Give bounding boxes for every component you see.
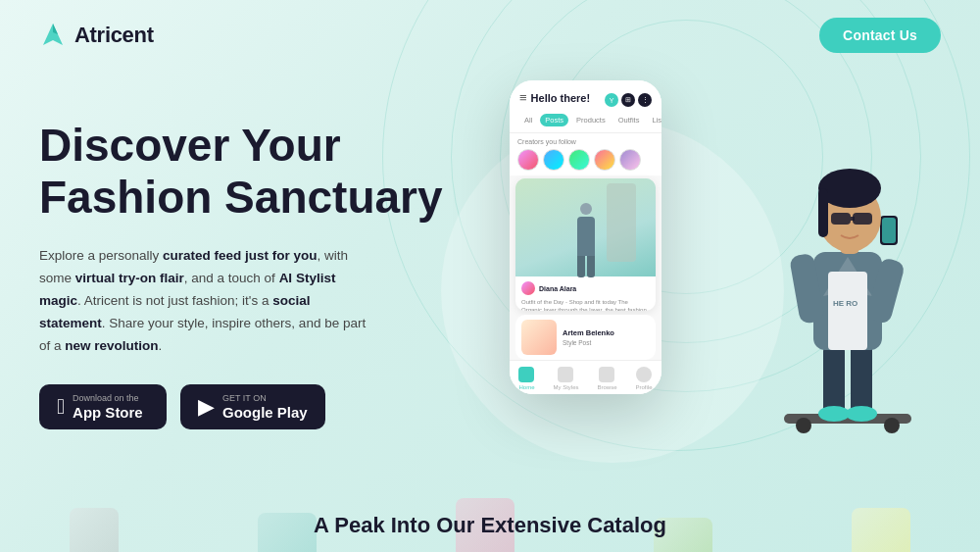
svg-text:HE RO: HE RO: [833, 299, 858, 308]
phone-icon-3: ⋮: [638, 93, 652, 107]
creators-label: Creators you follow: [517, 138, 654, 145]
tab-products[interactable]: Products: [571, 114, 611, 126]
tab-posts[interactable]: Posts: [540, 114, 568, 126]
phone-mockup: Hello there! Y ⊞ ⋮ All Posts Products Ou…: [510, 80, 662, 394]
creator-avatar-1: [517, 149, 539, 171]
app-store-text: Download on the App Store: [73, 394, 143, 420]
svg-rect-23: [853, 213, 872, 225]
bottom-section: A Peak Into Our Extensive Catalog: [0, 499, 980, 552]
contact-button[interactable]: Contact Us: [819, 18, 941, 53]
phone-icon-2: ⊞: [621, 93, 635, 107]
creator-avatar-3: [568, 149, 590, 171]
post-caption-bar: Diana Alara Outfit of the Day - Shop and…: [515, 276, 656, 311]
post-username: Diana Alara: [539, 285, 576, 292]
post-thumbnail-2: [521, 320, 557, 355]
svg-point-7: [818, 406, 850, 422]
phone-header: Hello there! Y ⊞ ⋮ All Posts Products Ou…: [510, 80, 662, 133]
nav-browse: Browse: [597, 367, 616, 390]
phone-greeting: Hello there!: [519, 90, 590, 105]
phone-inner: Hello there! Y ⊞ ⋮ All Posts Products Ou…: [510, 80, 662, 394]
browse-icon: [599, 367, 614, 382]
tab-outfits[interactable]: Outfits: [613, 114, 645, 126]
hero-right: Hello there! Y ⊞ ⋮ All Posts Products Ou…: [461, 90, 941, 502]
profile-icon: [636, 367, 652, 382]
store-buttons:  Download on the App Store ▶ GET IT ON …: [39, 384, 461, 429]
mystyles-icon: [558, 367, 573, 382]
creator-avatar-2: [543, 149, 564, 171]
creator-avatar-5: [619, 149, 641, 171]
phone-header-icons: Y ⊞ ⋮: [605, 93, 652, 107]
svg-rect-22: [831, 213, 851, 225]
tab-list[interactable]: List: [647, 114, 662, 126]
nav-profile: Profile: [635, 367, 652, 390]
apple-icon: : [57, 394, 65, 420]
svg-rect-6: [851, 340, 872, 414]
svg-point-4: [884, 418, 900, 433]
post-user-row: Diana Alara: [521, 281, 650, 295]
svg-rect-24: [851, 217, 855, 221]
phone-creators: Creators you follow: [510, 133, 662, 176]
svg-rect-17: [882, 218, 896, 243]
main-content: Discover Your Fashion Sanctuary Explore …: [0, 71, 980, 502]
nav-mystyles: My Styles: [553, 367, 578, 390]
svg-point-3: [796, 418, 811, 433]
fashion-character: HE RO: [735, 61, 931, 453]
play-icon: ▶: [198, 394, 215, 420]
post-info-2: Artem Belenko Style Post: [563, 328, 614, 346]
svg-point-8: [846, 406, 877, 422]
google-play-button[interactable]: ▶ GET IT ON Google Play: [180, 384, 325, 429]
hero-title: Discover Your Fashion Sanctuary: [39, 120, 461, 224]
home-icon: [518, 367, 534, 382]
logo-text: Atricent: [74, 23, 154, 48]
creator-avatar-4: [594, 149, 615, 171]
phone-tabs: All Posts Products Outfits List: [519, 114, 652, 126]
tab-all[interactable]: All: [519, 114, 537, 126]
hero-description: Explore a personally curated feed just f…: [39, 245, 372, 358]
catalog-heading: A Peak Into Our Extensive Catalog: [14, 513, 966, 538]
hero-left: Discover Your Fashion Sanctuary Explore …: [39, 90, 461, 429]
svg-rect-12: [828, 272, 867, 350]
post-image: [515, 178, 656, 276]
svg-rect-5: [823, 345, 845, 414]
post-card-2: Artem Belenko Style Post: [515, 315, 656, 360]
logo-icon: [39, 22, 67, 49]
logo: Atricent: [39, 22, 154, 49]
google-play-text: GET IT ON Google Play: [222, 394, 308, 420]
post-caption-text: Outfit of the Day - Shop and fit today T…: [521, 298, 650, 311]
phone-bottombar: Home My Styles Browse Profile: [510, 360, 662, 394]
navbar: Atricent Contact Us: [0, 0, 980, 71]
post-avatar-small: [521, 281, 535, 295]
app-store-button[interactable]:  Download on the App Store: [39, 384, 167, 429]
nav-home: Home: [518, 367, 534, 390]
phone-icon-1: Y: [605, 93, 618, 107]
post-card-1: Diana Alara Outfit of the Day - Shop and…: [515, 178, 656, 311]
creator-avatars: [517, 149, 654, 171]
svg-rect-21: [818, 188, 828, 237]
